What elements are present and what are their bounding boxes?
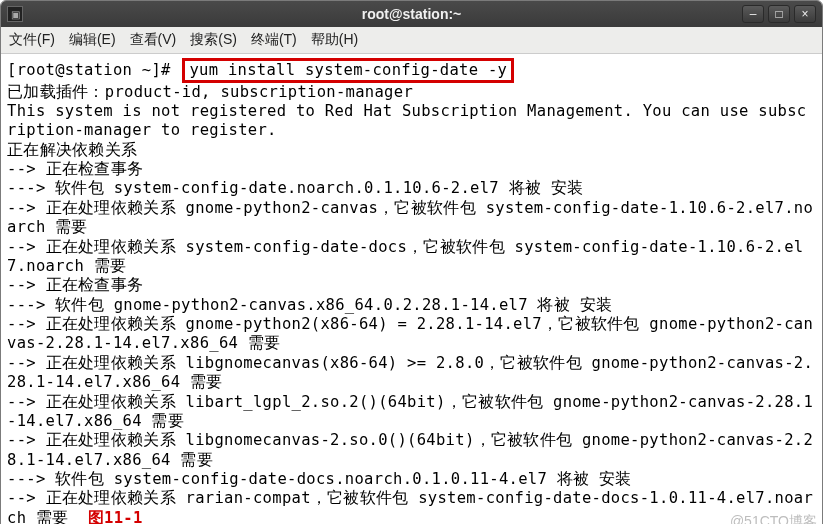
window-controls: – □ × bbox=[742, 5, 816, 23]
output-line: --> 正在检查事务 bbox=[7, 276, 143, 294]
titlebar: ▣ root@station:~ – □ × bbox=[1, 1, 822, 27]
output-line: --> 正在处理依赖关系 gnome-python2-canvas，它被软件包 … bbox=[7, 199, 813, 236]
shell-prompt: [root@station ~]# bbox=[7, 61, 171, 79]
output-line: --> 正在检查事务 bbox=[7, 160, 143, 178]
output-line: --> 正在处理依赖关系 libgnomecanvas-2.so.0()(64b… bbox=[7, 431, 813, 468]
close-button[interactable]: × bbox=[794, 5, 816, 23]
menu-help[interactable]: 帮助(H) bbox=[311, 31, 358, 49]
minimize-button[interactable]: – bbox=[742, 5, 764, 23]
app-icon: ▣ bbox=[7, 6, 23, 22]
menu-search[interactable]: 搜索(S) bbox=[190, 31, 237, 49]
maximize-button[interactable]: □ bbox=[768, 5, 790, 23]
output-line: --> 正在处理依赖关系 gnome-python2(x86-64) = 2.2… bbox=[7, 315, 813, 352]
output-line: --> 正在处理依赖关系 libgnomecanvas(x86-64) >= 2… bbox=[7, 354, 813, 391]
output-line: ---> 软件包 system-config-date-docs.noarch.… bbox=[7, 470, 632, 488]
watermark: @51CTO博客 bbox=[730, 513, 817, 524]
highlighted-command: yum install system-config-date -y bbox=[182, 58, 514, 83]
output-line: This system is not registered to Red Hat… bbox=[7, 102, 806, 139]
output-line: --> 正在处理依赖关系 system-config-date-docs，它被软… bbox=[7, 238, 803, 275]
output-line: --> 正在处理依赖关系 libart_lgpl_2.so.2()(64bit)… bbox=[7, 393, 813, 430]
terminal-output[interactable]: [root@station ~]# yum install system-con… bbox=[1, 54, 822, 524]
terminal-window: ▣ root@station:~ – □ × 文件(F) 编辑(E) 查看(V)… bbox=[0, 0, 823, 524]
menubar: 文件(F) 编辑(E) 查看(V) 搜索(S) 终端(T) 帮助(H) bbox=[1, 27, 822, 54]
menu-file[interactable]: 文件(F) bbox=[9, 31, 55, 49]
menu-edit[interactable]: 编辑(E) bbox=[69, 31, 116, 49]
menu-view[interactable]: 查看(V) bbox=[130, 31, 177, 49]
output-line: 已加载插件：product-id, subscription-manager bbox=[7, 83, 413, 101]
output-line: 正在解决依赖关系 bbox=[7, 141, 137, 159]
output-line: ---> 软件包 system-config-date.noarch.0.1.1… bbox=[7, 179, 583, 197]
figure-label: 图11-1 bbox=[88, 509, 143, 524]
output-line: ---> 软件包 gnome-python2-canvas.x86_64.0.2… bbox=[7, 296, 612, 314]
window-title: root@station:~ bbox=[1, 6, 822, 22]
menu-terminal[interactable]: 终端(T) bbox=[251, 31, 297, 49]
